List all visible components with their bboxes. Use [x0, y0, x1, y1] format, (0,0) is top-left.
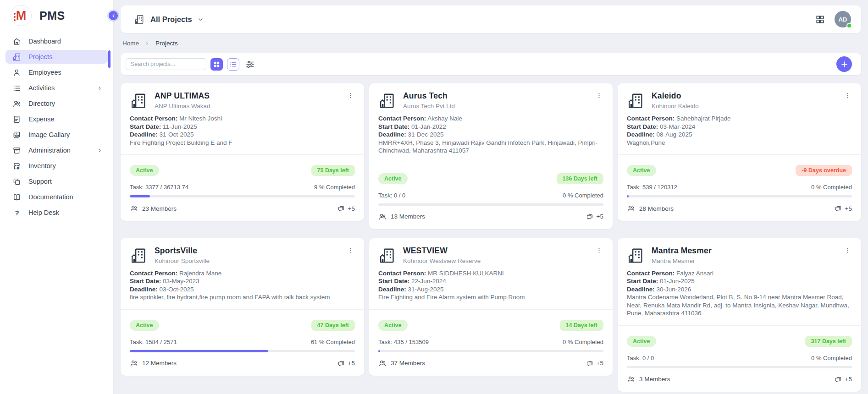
- question-icon: ?: [12, 208, 22, 217]
- members-icon: [130, 359, 138, 367]
- sidebar-item-employees[interactable]: Employees: [6, 66, 108, 79]
- project-description: Mantra Codename Wonderland, Plot B, S. N…: [627, 293, 852, 317]
- filter-button[interactable]: [245, 60, 255, 69]
- contact-label: Contact Person:: [627, 115, 674, 122]
- sidebar-item-documentation[interactable]: Documentation: [6, 190, 108, 204]
- breadcrumb: Home Projects: [122, 40, 861, 47]
- deadline-label: Deadline:: [627, 286, 655, 293]
- task-count: Task: 435 / 153509: [378, 339, 429, 345]
- building-icon: [12, 53, 22, 61]
- main-content: All Projects AD Home Projects ANP ULTIMA…: [114, 0, 868, 394]
- sidebar-item-inventory[interactable]: Inventory: [6, 159, 108, 173]
- start-value: 01-Jun-2025: [660, 278, 695, 285]
- chevron-right-icon: [145, 41, 149, 46]
- card-menu-button[interactable]: [843, 91, 852, 100]
- sidebar-item-image-gallery[interactable]: Image Gallary: [6, 128, 108, 142]
- start-label: Start Date:: [378, 123, 409, 130]
- project-title[interactable]: SportsVille: [155, 246, 210, 256]
- sidebar-item-label: Employees: [28, 69, 61, 76]
- apps-grid-button[interactable]: [815, 15, 825, 24]
- store-icon: [12, 162, 22, 170]
- members-icon: [627, 204, 635, 213]
- completed-percent: 9 % Completed: [314, 184, 355, 191]
- start-value: 22-Jun-2024: [411, 278, 446, 285]
- building-icon: [378, 247, 396, 264]
- chevron-down-icon[interactable]: [198, 16, 204, 22]
- breadcrumb-home-link[interactable]: Home: [122, 40, 139, 47]
- project-description: Wagholi,Pune: [627, 139, 852, 147]
- grid-view-button[interactable]: [210, 58, 223, 71]
- card-menu-button[interactable]: [595, 91, 603, 100]
- members-count: 3 Members: [639, 376, 670, 383]
- comments-icon[interactable]: [834, 204, 842, 213]
- sidebar-collapse-button[interactable]: [109, 11, 118, 20]
- projects-grid: ANP ULTIMAS ANP Ultimas Wakad Contact Pe…: [121, 83, 861, 392]
- days-left-badge: 317 Days left: [805, 336, 852, 347]
- comments-icon[interactable]: [337, 204, 345, 213]
- extra-count: +5: [348, 360, 355, 367]
- project-info: Contact Person: Rajendra Mane Start Date…: [130, 269, 355, 301]
- deadline-value: 31-Oct-2025: [160, 131, 194, 138]
- sidebar-item-help-desk[interactable]: ? Help Desk: [6, 206, 108, 219]
- project-card: Aurus Tech Aurus Tech Pvt Ltd Contact Pe…: [369, 83, 613, 229]
- sidebar-item-directory[interactable]: Directory: [6, 97, 108, 110]
- sidebar-item-activities[interactable]: Activities: [6, 81, 108, 95]
- sidebar-item-support[interactable]: Support: [6, 175, 108, 188]
- extra-count: +5: [348, 205, 355, 212]
- card-menu-button[interactable]: [346, 91, 355, 100]
- comments-icon[interactable]: [337, 359, 345, 367]
- logo-circuit-dots: [14, 11, 16, 22]
- sidebar-item-dashboard[interactable]: Dashboard: [6, 34, 108, 48]
- contact-value: Rajendra Mane: [179, 270, 221, 277]
- project-info: Contact Person: Faiyaz Ansari Start Date…: [627, 269, 852, 317]
- project-description: HMRR+4XH, Phase 3, Hinjawadi Rajiv Gandh…: [378, 139, 603, 155]
- page-title[interactable]: All Projects: [150, 15, 192, 24]
- contact-label: Contact Person:: [378, 115, 426, 122]
- sidebar-item-administration[interactable]: Administration: [6, 143, 108, 157]
- status-badge: Active: [378, 173, 408, 184]
- project-title[interactable]: Kaleido: [652, 91, 699, 101]
- members-count: 28 Members: [639, 205, 674, 212]
- start-value: 01-Jan-2022: [411, 123, 446, 130]
- card-menu-button[interactable]: [346, 246, 355, 255]
- add-project-button[interactable]: [836, 56, 852, 72]
- book-icon: [12, 193, 22, 202]
- members-count: 23 Members: [142, 205, 177, 212]
- divider: [121, 154, 364, 155]
- sidebar-item-label: Image Gallary: [28, 131, 70, 138]
- comments-icon[interactable]: [834, 375, 842, 383]
- avatar[interactable]: AD: [835, 11, 851, 27]
- project-description: Fire Fighting Project Building E and F: [130, 139, 355, 147]
- members-icon: [627, 375, 635, 383]
- project-info: Contact Person: Akshay Nale Start Date: …: [378, 115, 603, 155]
- status-badge: Active: [130, 320, 159, 331]
- sidebar-item-expense[interactable]: Expense: [6, 112, 108, 126]
- comments-icon[interactable]: [586, 359, 594, 367]
- extra-count: +5: [597, 213, 603, 220]
- sidebar-item-label: Inventory: [28, 162, 56, 170]
- contact-value: Sahebhajrat Pirjade: [676, 115, 731, 122]
- comments-icon[interactable]: [586, 213, 594, 221]
- deadline-value: 30-Jun-2026: [657, 286, 691, 293]
- project-title[interactable]: Aurus Tech: [403, 91, 455, 101]
- card-menu-button[interactable]: [595, 246, 603, 255]
- divider: [369, 163, 613, 163]
- list-view-button[interactable]: [227, 58, 239, 71]
- project-title[interactable]: ANP ULTIMAS: [155, 91, 210, 101]
- list-view-icon: [229, 60, 237, 68]
- task-count: Task: 539 / 120312: [627, 184, 677, 191]
- project-title[interactable]: Mantra Mesmer: [652, 246, 712, 256]
- sidebar-item-projects[interactable]: Projects: [6, 50, 108, 64]
- card-menu-button[interactable]: [843, 246, 852, 255]
- divider: [369, 309, 613, 310]
- copy-icon: [12, 177, 22, 186]
- days-left-badge: 47 Days left: [311, 320, 355, 331]
- progress-bar: [627, 195, 852, 197]
- divider: [618, 325, 861, 326]
- project-title[interactable]: WESTVIEW: [403, 246, 481, 256]
- start-value: 03-May-2023: [163, 278, 199, 285]
- search-input[interactable]: [126, 58, 206, 70]
- list-icon: [12, 84, 22, 93]
- sidebar-scrollbar-thumb[interactable]: [108, 50, 111, 68]
- members-icon: [130, 204, 138, 213]
